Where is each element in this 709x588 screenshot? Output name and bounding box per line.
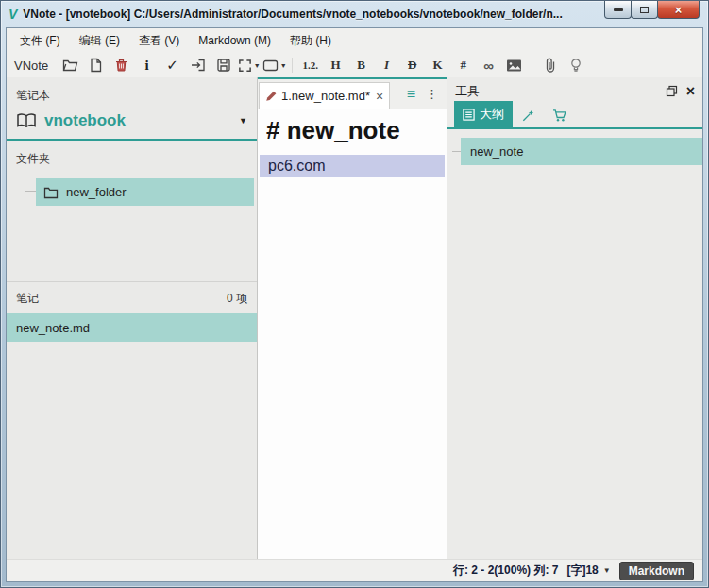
menu-file[interactable]: 文件 (F)	[10, 29, 70, 53]
bold-icon: B	[357, 58, 365, 73]
note-info-button[interactable]: i	[134, 55, 160, 76]
expand-icon	[238, 59, 252, 73]
toolbar-separator	[532, 58, 532, 73]
markdown-mode-button[interactable]: Markdown	[619, 562, 694, 580]
menu-help[interactable]: 帮助 (H)	[280, 29, 341, 53]
word-count-value: [字]18	[566, 563, 598, 579]
notebooks-label: 笔记本	[7, 77, 257, 109]
bold-button[interactable]: B	[348, 55, 374, 76]
float-panel-icon[interactable]	[666, 85, 678, 97]
editor-tab[interactable]: 1.new_note.md* ×	[259, 82, 390, 109]
tab-snippets[interactable]	[513, 104, 544, 127]
notebook-panel: 笔记本 vnotebook ▼ 文件夹 new_folder	[7, 77, 258, 559]
magic-wand-icon	[521, 109, 535, 123]
tab-cart[interactable]	[544, 104, 576, 127]
kebab-menu-icon[interactable]: ⋮	[426, 88, 438, 100]
tab-close-icon[interactable]: ×	[376, 89, 383, 104]
numbered-list-button[interactable]: 1.2.	[297, 55, 323, 76]
export-button[interactable]	[185, 55, 211, 76]
strikethrough-icon: D	[408, 58, 416, 73]
window-body: 文件 (F) 编辑 (E) 查看 (V) Markdown (M) 帮助 (H)…	[6, 27, 703, 582]
window-controls: ×	[605, 1, 700, 19]
tools-title: 工具	[455, 83, 480, 100]
hash-icon: #	[460, 58, 466, 73]
heading-icon: H	[331, 58, 341, 73]
numbered-list-icon: 1.2.	[302, 59, 318, 71]
toolbar: VNote i ✓ ▼	[7, 53, 702, 77]
fullscreen-button[interactable]: ▼	[236, 55, 262, 76]
minimize-button[interactable]	[604, 1, 632, 19]
link-icon: ∞	[483, 58, 494, 74]
tree-branch	[25, 172, 36, 192]
italic-button[interactable]: I	[374, 55, 399, 76]
window-title: VNote - [vnotebook] C:/Users/Administrat…	[23, 8, 562, 21]
new-note-button[interactable]	[83, 55, 109, 76]
panel-icon	[262, 59, 279, 73]
outline-list-icon	[463, 109, 475, 121]
delete-note-button[interactable]	[109, 55, 134, 76]
vnote-logo-icon: V	[8, 7, 17, 22]
menu-markdown[interactable]: Markdown (M)	[189, 30, 280, 51]
cursor-position-info: 行: 2 - 2(100%) 列: 7	[453, 563, 558, 579]
save-note-button[interactable]: ✓	[160, 55, 185, 76]
main-area: 笔记本 vnotebook ▼ 文件夹 new_folder	[7, 77, 702, 559]
heading-button[interactable]: H	[323, 55, 348, 76]
editor-content[interactable]: # new_note pc6.com	[258, 109, 447, 559]
toolbar-separator	[292, 58, 293, 73]
titlebar[interactable]: V VNote - [vnotebook] C:/Users/Administr…	[1, 1, 708, 26]
tree-branch	[452, 151, 461, 152]
tools-tabbar: 大纲	[447, 103, 702, 129]
note-item-label: new_note.md	[16, 321, 90, 335]
notebook-selector[interactable]: vnotebook ▼	[7, 109, 257, 141]
panels-view-button[interactable]: ▼	[262, 55, 287, 76]
chevron-down-icon: ▼	[603, 566, 611, 575]
outline-item-label: new_note	[470, 144, 523, 159]
selected-text-line: pc6.com	[260, 155, 445, 177]
attachment-button[interactable]	[537, 55, 563, 76]
image-icon	[506, 59, 522, 73]
close-button[interactable]: ×	[657, 1, 700, 19]
chevron-down-icon: ▼	[280, 62, 287, 69]
strikethrough-button[interactable]: D	[399, 55, 425, 76]
folders-section: 笔记本 vnotebook ▼ 文件夹 new_folder	[7, 77, 257, 281]
maximize-button[interactable]	[631, 1, 658, 19]
notes-header: 笔记 0 项	[7, 282, 257, 313]
document-icon	[89, 58, 103, 73]
menubar: 文件 (F) 编辑 (E) 查看 (V) Markdown (M) 帮助 (H)	[7, 28, 702, 53]
tools-panel: 工具 × 大纲	[447, 77, 702, 559]
export-icon	[191, 58, 206, 73]
tools-header-actions: ×	[666, 84, 695, 99]
trash-icon	[114, 58, 128, 73]
menu-view[interactable]: 查看 (V)	[129, 29, 189, 53]
insert-image-button[interactable]	[501, 55, 527, 76]
maximize-icon	[640, 7, 649, 13]
folder-icon	[43, 186, 59, 199]
info-icon: i	[145, 58, 149, 74]
editor-tab-title: 1.new_note.md*	[281, 89, 370, 103]
markdown-heading-line: # new_note	[258, 109, 447, 155]
outline-tree: new_note	[461, 138, 702, 165]
editor-tabbar: 1.new_note.md* × ≡ ⋮	[258, 79, 447, 109]
note-item-new-note[interactable]: new_note.md	[7, 313, 257, 342]
chevron-down-icon: ▼	[239, 116, 247, 126]
folder-item-new-folder[interactable]: new_folder	[36, 178, 254, 206]
menu-edit[interactable]: 编辑 (E)	[70, 29, 129, 53]
notes-label: 笔记	[16, 291, 39, 307]
outline-item-new-note[interactable]: new_note	[461, 138, 702, 165]
new-folder-button[interactable]	[58, 55, 83, 76]
tag-button[interactable]: #	[450, 55, 476, 76]
save-all-button[interactable]	[211, 55, 236, 76]
tabbar-actions: ≡ ⋮	[398, 79, 447, 109]
insert-link-button[interactable]: ∞	[476, 55, 501, 76]
tab-outline-label: 大纲	[480, 106, 504, 123]
inline-code-button[interactable]: K	[425, 55, 450, 76]
toolbar-vnote-label: VNote	[14, 59, 48, 73]
paperclip-icon	[544, 58, 557, 74]
word-count-dropdown[interactable]: [字]18 ▼	[566, 563, 610, 579]
close-panel-icon[interactable]: ×	[686, 84, 695, 99]
tab-list-menu-icon[interactable]: ≡	[407, 87, 415, 102]
tab-outline[interactable]: 大纲	[454, 101, 513, 127]
chevron-down-icon: ▼	[254, 62, 261, 69]
inline-code-icon: K	[433, 58, 443, 73]
flash-page-button[interactable]	[563, 55, 588, 76]
